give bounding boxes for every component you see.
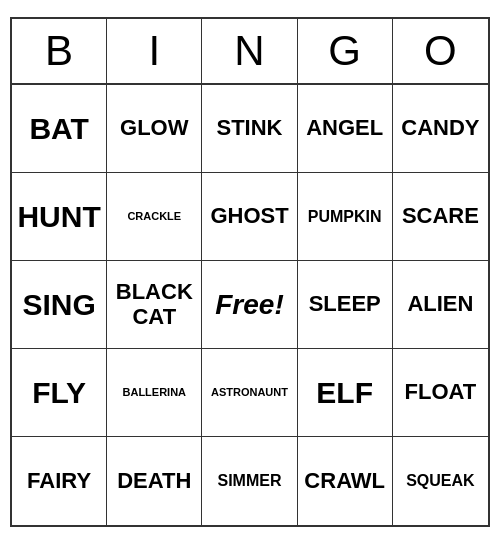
bingo-cell: ASTRONAUNT xyxy=(202,349,297,437)
bingo-cell: Free! xyxy=(202,261,297,349)
cell-text: ALIEN xyxy=(407,292,473,316)
bingo-cell: SING xyxy=(12,261,107,349)
bingo-cell: ANGEL xyxy=(298,85,393,173)
bingo-cell: BALLERINA xyxy=(107,349,202,437)
cell-text: SLEEP xyxy=(309,292,381,316)
header-letter: B xyxy=(12,19,107,83)
header-letter: O xyxy=(393,19,488,83)
header-letter: G xyxy=(298,19,393,83)
bingo-cell: BAT xyxy=(12,85,107,173)
cell-text: ASTRONAUNT xyxy=(211,386,288,398)
bingo-cell: ALIEN xyxy=(393,261,488,349)
cell-text: BALLERINA xyxy=(123,386,187,398)
bingo-cell: HUNT xyxy=(12,173,107,261)
bingo-cell: SLEEP xyxy=(298,261,393,349)
cell-text: SIMMER xyxy=(217,472,281,490)
bingo-cell: GLOW xyxy=(107,85,202,173)
cell-text: CANDY xyxy=(401,116,479,140)
cell-text: GLOW xyxy=(120,116,188,140)
bingo-cell: CANDY xyxy=(393,85,488,173)
cell-text: ANGEL xyxy=(306,116,383,140)
cell-text: CRAWL xyxy=(304,469,385,493)
bingo-cell: FLY xyxy=(12,349,107,437)
cell-text: CRACKLE xyxy=(127,210,181,222)
cell-text: DEATH xyxy=(117,469,191,493)
cell-text: PUMPKIN xyxy=(308,208,382,226)
bingo-cell: FLOAT xyxy=(393,349,488,437)
bingo-cell: ELF xyxy=(298,349,393,437)
bingo-cell: PUMPKIN xyxy=(298,173,393,261)
bingo-card: BINGO BATGLOWSTINKANGELCANDYHUNTCRACKLEG… xyxy=(10,17,490,527)
bingo-cell: FAIRY xyxy=(12,437,107,525)
cell-text: STINK xyxy=(216,116,282,140)
bingo-grid: BATGLOWSTINKANGELCANDYHUNTCRACKLEGHOSTPU… xyxy=(12,85,488,525)
bingo-cell: GHOST xyxy=(202,173,297,261)
cell-text: Free! xyxy=(215,289,283,321)
cell-text: GHOST xyxy=(210,204,288,228)
cell-text: BLACKCAT xyxy=(116,280,193,328)
bingo-cell: SCARE xyxy=(393,173,488,261)
bingo-cell: DEATH xyxy=(107,437,202,525)
cell-text: SCARE xyxy=(402,204,479,228)
bingo-cell: CRAWL xyxy=(298,437,393,525)
cell-text: FAIRY xyxy=(27,469,91,493)
cell-text: FLOAT xyxy=(405,380,477,404)
bingo-cell: CRACKLE xyxy=(107,173,202,261)
cell-text: HUNT xyxy=(17,200,100,233)
header-letter: I xyxy=(107,19,202,83)
cell-text: ELF xyxy=(316,376,373,409)
bingo-cell: SQUEAK xyxy=(393,437,488,525)
bingo-cell: BLACKCAT xyxy=(107,261,202,349)
cell-text: BAT xyxy=(29,112,88,145)
cell-text: SING xyxy=(22,288,95,321)
cell-text: SQUEAK xyxy=(406,472,474,490)
cell-text: FLY xyxy=(32,376,86,409)
header-letter: N xyxy=(202,19,297,83)
bingo-cell: SIMMER xyxy=(202,437,297,525)
bingo-header: BINGO xyxy=(12,19,488,85)
bingo-cell: STINK xyxy=(202,85,297,173)
